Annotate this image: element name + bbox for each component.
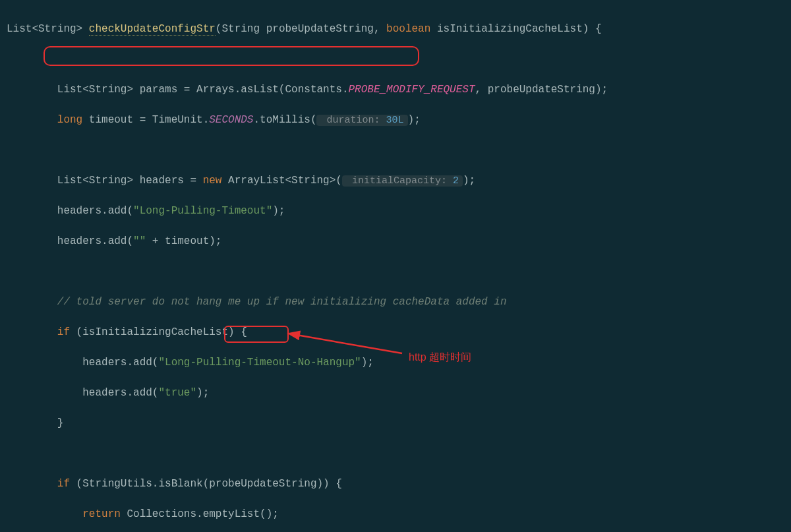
code-line: List<String> params = Arrays.asList(Cons… — [7, 82, 791, 98]
code-editor[interactable]: List<String> checkUpdateConfigStr(String… — [0, 0, 791, 532]
code-line — [7, 52, 791, 67]
code-line: return Collections.emptyList(); — [7, 507, 791, 522]
code-line: List<String> headers = new ArrayList<Str… — [7, 173, 791, 189]
code-line: if (StringUtils.isBlank(probeUpdateStrin… — [7, 477, 791, 492]
code-line: headers.add("Long-Pulling-Timeout"); — [7, 204, 791, 219]
code-line — [7, 143, 791, 158]
code-line: if (isInitializingCacheList) { — [7, 325, 791, 340]
code-line: long timeout = TimeUnit.SECONDS.toMillis… — [7, 113, 791, 128]
code-line: headers.add("Long-Pulling-Timeout-No-Han… — [7, 355, 791, 370]
code-line — [7, 446, 791, 461]
code-line: } — [7, 416, 791, 431]
code-line: headers.add("" + timeout); — [7, 234, 791, 249]
code-line — [7, 264, 791, 280]
code-line: List<String> checkUpdateConfigStr(String… — [7, 22, 791, 37]
code-line: // told server do not hang me up if new … — [7, 295, 791, 310]
code-line: headers.add("true"); — [7, 386, 791, 401]
